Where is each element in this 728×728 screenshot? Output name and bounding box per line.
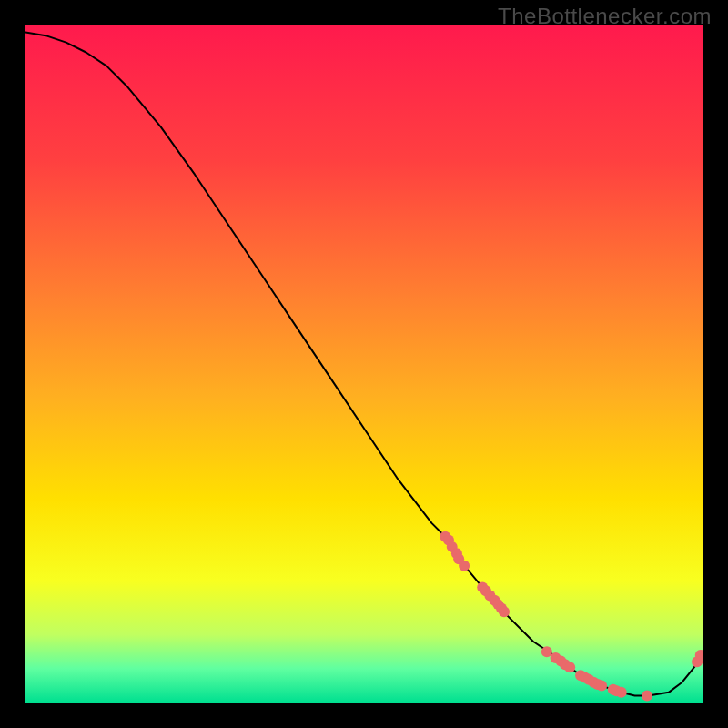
chart-container: TheBottlenecker.com: [0, 0, 728, 728]
plot-area: [25, 25, 703, 703]
gradient-background: [25, 25, 703, 703]
svg-rect-0: [25, 25, 703, 703]
watermark-text: TheBottlenecker.com: [498, 4, 712, 29]
